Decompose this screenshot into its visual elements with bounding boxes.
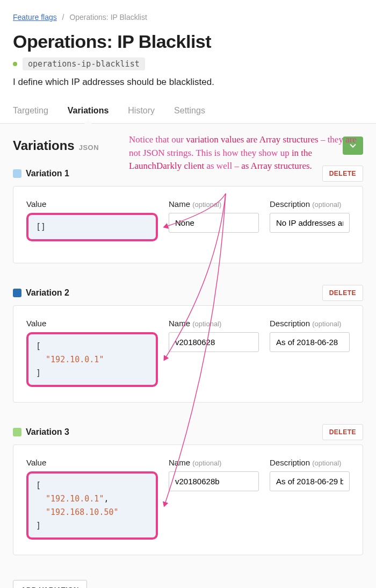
flag-key: operations-ip-blacklist [23, 58, 145, 70]
description-input[interactable] [270, 471, 350, 491]
value-label: Value [26, 458, 158, 467]
variation-color-swatch [13, 289, 21, 297]
tab-settings[interactable]: Settings [174, 103, 205, 123]
tab-targeting[interactable]: Targeting [13, 103, 48, 123]
variations-section: Variations JSON Notice that our variatio… [0, 124, 376, 588]
variation-label: Variation 1 [26, 169, 69, 178]
breadcrumb-root-link[interactable]: Feature flags [13, 13, 57, 21]
value-editor[interactable]: [ "192.10.0.1", "192.168.10.50" ] [26, 471, 158, 540]
key-row: operations-ip-blacklist [13, 58, 363, 70]
add-variation-button[interactable]: ADD VARIATION [13, 580, 87, 588]
variation-color-swatch [13, 428, 21, 436]
variation-block: Variation 2DELETEValue[ "192.10.0.1" ]Na… [13, 285, 363, 403]
description-label: Description (optional) [270, 458, 350, 467]
delete-variation-button[interactable]: DELETE [322, 285, 363, 301]
tab-bar: Targeting Variations History Settings [0, 103, 376, 124]
name-label: Name (optional) [169, 319, 259, 328]
description-input[interactable] [270, 213, 350, 233]
name-input[interactable] [169, 213, 259, 233]
section-heading: Variations [13, 138, 75, 153]
variation-label: Variation 3 [26, 427, 69, 437]
page-title: Operations: IP Blacklist [13, 31, 363, 52]
section-type-badge: JSON [79, 144, 99, 152]
annotation-text: Notice that our variation values are Arr… [129, 133, 360, 173]
variation-label: Variation 2 [26, 288, 69, 298]
breadcrumb-sep: / [62, 13, 64, 21]
breadcrumb-current: Operations: IP Blacklist [69, 13, 147, 21]
description-label: Description (optional) [270, 199, 350, 209]
tab-history[interactable]: History [128, 103, 155, 123]
variation-block: Variation 3DELETEValue[ "192.10.0.1", "1… [13, 424, 363, 555]
name-input[interactable] [169, 332, 259, 352]
variation-color-swatch [13, 169, 21, 178]
name-label: Name (optional) [169, 458, 259, 467]
flag-description: I define which IP addresses should be bl… [13, 77, 363, 88]
description-input[interactable] [270, 332, 350, 352]
variation-card: Value[ "192.10.0.1" ]Name (optional)Desc… [13, 305, 363, 403]
value-editor[interactable]: [] [26, 213, 158, 241]
value-label: Value [26, 319, 158, 328]
value-label: Value [26, 199, 158, 209]
name-input[interactable] [169, 471, 259, 491]
delete-variation-button[interactable]: DELETE [322, 424, 363, 440]
status-dot-icon [13, 62, 17, 66]
variation-card: Value[ "192.10.0.1", "192.168.10.50" ]Na… [13, 444, 363, 555]
description-label: Description (optional) [270, 319, 350, 328]
variation-card: Value[]Name (optional)Description (optio… [13, 186, 363, 263]
name-label: Name (optional) [169, 199, 259, 209]
value-editor[interactable]: [ "192.10.0.1" ] [26, 332, 158, 387]
variation-block: Variation 1DELETEValue[]Name (optional)D… [13, 166, 363, 263]
tab-variations[interactable]: Variations [68, 103, 109, 123]
breadcrumb: Feature flags / Operations: IP Blacklist [13, 13, 363, 21]
